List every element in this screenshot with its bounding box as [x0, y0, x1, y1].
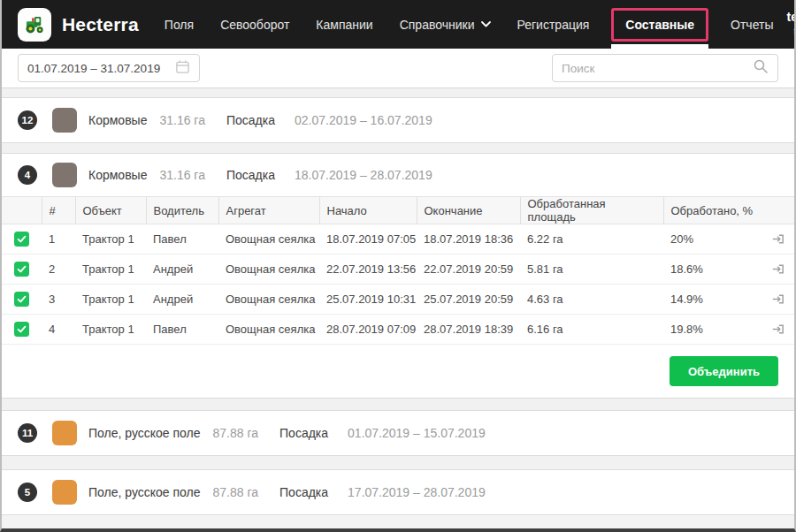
row-checkbox[interactable] [14, 232, 29, 247]
group-area: 87.88 га [213, 485, 259, 499]
crop-color-swatch [52, 108, 77, 133]
nav-item-label: Отчеты [731, 18, 773, 32]
group-operation: Посадка [279, 485, 328, 499]
track-row[interactable]: 2 Трактор 1 Андрей Овощная сеялка 22.07.… [2, 255, 794, 285]
row-end: 28.07.2019 18:39 [417, 315, 520, 345]
row-object: Трактор 1 [75, 285, 146, 315]
nav-menu: Поля Севооборот Кампании Справочники Рег… [151, 0, 787, 49]
track-row[interactable]: 4 Трактор 1 Павел Овощная сеялка 28.07.2… [2, 315, 794, 345]
row-implement: Овощная сеялка [218, 285, 319, 315]
top-nav: Hecterra Поля Севооборот Кампании Справо… [2, 0, 794, 49]
search-input[interactable] [562, 62, 753, 75]
group-row[interactable]: 4 Кормовые 31.16 га Посадка 18.07.2019 –… [2, 154, 794, 196]
row-end: 18.07.2019 18:36 [417, 224, 520, 255]
row-num: 3 [42, 285, 75, 315]
group-name: Кормовые [88, 168, 147, 182]
open-track-icon[interactable] [770, 232, 785, 247]
row-checkbox[interactable] [14, 292, 29, 307]
column-actions [761, 197, 794, 224]
nav-item-crop-rotation[interactable]: Севооборот [220, 0, 289, 49]
nav-item-label: Регистрация [517, 18, 590, 32]
column-area: Обработанная площадь [520, 197, 663, 224]
nav-item-composite[interactable]: Составные [611, 0, 708, 49]
count-badge: 12 [18, 110, 37, 130]
nav-item-campaigns[interactable]: Кампании [316, 0, 372, 49]
cultivation-group-card: 5 Поле, русское поле 87.88 га Посадка 17… [2, 469, 794, 515]
group-period: 02.07.2019 – 16.07.2019 [295, 113, 432, 127]
nav-item-label: Справочники [400, 18, 475, 32]
group-name: Кормовые [88, 113, 147, 127]
row-percent: 18.6% [663, 255, 761, 285]
nav-item-label: Поля [165, 18, 194, 32]
annotation-highlight-box: Составные [611, 8, 708, 42]
user-menu[interactable]: terra1 terra1 [786, 10, 796, 39]
group-name: Поле, русское поле [88, 426, 201, 440]
column-checkbox [2, 197, 42, 224]
row-area: 4.63 га [520, 285, 663, 315]
group-row[interactable]: 11 Поле, русское поле 87.88 га Посадка 0… [2, 411, 794, 455]
row-num: 1 [42, 224, 75, 255]
count-badge: 4 [18, 165, 37, 185]
footer-strip [2, 515, 794, 528]
row-implement: Овощная сеялка [218, 315, 319, 345]
nav-item-registration[interactable]: Регистрация [517, 0, 590, 49]
row-object: Трактор 1 [75, 315, 146, 345]
group-period: 18.07.2019 – 28.07.2019 [295, 168, 432, 182]
row-num: 2 [42, 255, 75, 285]
crop-color-swatch [52, 163, 77, 187]
row-object: Трактор 1 [75, 255, 146, 285]
row-driver: Павел [146, 315, 218, 345]
group-name: Поле, русское поле [88, 485, 201, 499]
open-track-icon[interactable] [770, 322, 785, 337]
group-row[interactable]: 5 Поле, русское поле 87.88 га Посадка 17… [2, 470, 794, 514]
column-driver: Водитель [146, 197, 218, 224]
row-start: 22.07.2019 13:56 [319, 255, 417, 285]
nav-item-fields[interactable]: Поля [165, 0, 194, 49]
cultivation-group-card: 11 Поле, русское поле 87.88 га Посадка 0… [2, 410, 794, 456]
nav-item-label: Севооборот [220, 18, 289, 32]
row-area: 6.16 га [520, 315, 663, 345]
open-track-icon[interactable] [770, 292, 785, 307]
row-object: Трактор 1 [75, 224, 146, 255]
tracks-table: # Объект Водитель Агрегат Начало Окончан… [2, 196, 794, 345]
row-checkbox[interactable] [14, 262, 29, 277]
row-percent: 20% [663, 224, 761, 255]
row-driver: Павел [146, 224, 218, 255]
track-row[interactable]: 1 Трактор 1 Павел Овощная сеялка 18.07.2… [2, 224, 794, 255]
group-area: 87.88 га [213, 426, 259, 440]
row-driver: Андрей [146, 285, 218, 315]
merge-button[interactable]: Объединить [670, 356, 778, 386]
search-icon[interactable] [753, 58, 769, 78]
nav-item-directories[interactable]: Справочники [400, 0, 491, 49]
date-range-value: 01.07.2019 – 31.07.2019 [27, 62, 160, 75]
group-operation: Посадка [226, 113, 275, 127]
column-object: Объект [75, 197, 146, 224]
crop-color-swatch [52, 421, 77, 445]
crop-color-swatch [52, 480, 77, 505]
column-start: Начало [319, 197, 417, 224]
row-implement: Овощная сеялка [218, 224, 319, 255]
hecterra-logo-icon [18, 8, 51, 42]
group-period: 01.07.2019 – 15.07.2019 [348, 426, 486, 440]
filter-toolbar: 01.07.2019 – 31.07.2019 [2, 49, 794, 88]
open-track-icon[interactable] [770, 262, 785, 277]
row-end: 22.07.2019 20:59 [417, 255, 520, 285]
group-area: 31.16 га [159, 168, 205, 182]
date-range-picker[interactable]: 01.07.2019 – 31.07.2019 [18, 54, 200, 82]
row-start: 25.07.2019 10:31 [319, 285, 417, 315]
track-row[interactable]: 3 Трактор 1 Андрей Овощная сеялка 25.07.… [2, 285, 794, 315]
group-operation: Посадка [279, 426, 328, 440]
column-num: # [42, 197, 75, 224]
group-row[interactable]: 12 Кормовые 31.16 га Посадка 02.07.2019 … [2, 98, 794, 142]
row-start: 28.07.2019 07:09 [319, 315, 417, 345]
row-percent: 14.9% [663, 285, 761, 315]
calendar-icon [175, 59, 190, 77]
user-account: terra1 [786, 26, 796, 39]
row-checkbox[interactable] [14, 322, 29, 337]
nav-item-reports[interactable]: Отчеты [731, 0, 773, 49]
group-area: 31.16 га [159, 113, 205, 127]
row-percent: 19.8% [663, 315, 761, 345]
search-field [552, 54, 778, 82]
row-num: 4 [42, 315, 75, 345]
group-operation: Посадка [226, 168, 275, 182]
